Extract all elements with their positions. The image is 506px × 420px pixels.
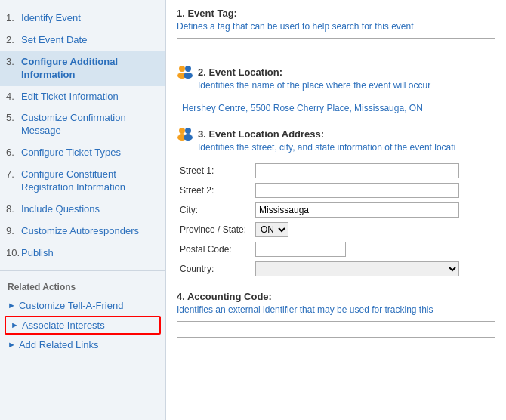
event-location-title: 2. Event Location: bbox=[198, 66, 495, 78]
city-label: City: bbox=[177, 200, 252, 220]
svg-point-5 bbox=[185, 128, 191, 134]
sidebar-item-publish[interactable]: 10. Publish bbox=[0, 242, 165, 264]
arrow-icon: ► bbox=[8, 301, 16, 310]
section-event-location: 2. Event Location: Identifies the name o… bbox=[177, 66, 495, 116]
svg-point-3 bbox=[184, 73, 193, 79]
people-icon-2 bbox=[177, 127, 193, 141]
people-icon bbox=[177, 65, 193, 79]
street2-row: Street 2: bbox=[177, 181, 495, 200]
svg-point-7 bbox=[184, 134, 193, 141]
sidebar: 1. Identify Event 2. Set Event Date 3. C… bbox=[0, 0, 166, 420]
province-select[interactable]: ON AB BC MB NB NL NS PE QC SK bbox=[255, 222, 288, 237]
street2-input[interactable] bbox=[255, 183, 459, 198]
sidebar-item-include-questions[interactable]: 8. Include Questions bbox=[0, 199, 165, 221]
related-link-associate-interests[interactable]: ► Associate Interests bbox=[5, 316, 161, 335]
street1-row: Street 1: bbox=[177, 161, 495, 181]
province-label: Province / State: bbox=[177, 220, 252, 239]
accounting-code-title: 4. Accounting Code: bbox=[177, 291, 495, 302]
event-location-address-header-text: 3. Event Location Address: Identifies th… bbox=[198, 128, 495, 159]
event-location-address-desc: Identifies the street, city, and state i… bbox=[198, 141, 495, 154]
event-location-header: 2. Event Location: Identifies the name o… bbox=[177, 66, 495, 97]
event-tag-title: 1. Event Tag: bbox=[177, 8, 495, 19]
event-location-header-text: 2. Event Location: Identifies the name o… bbox=[198, 66, 495, 97]
event-location-address-header: 3. Event Location Address: Identifies th… bbox=[177, 128, 495, 159]
country-select[interactable]: Canada United States bbox=[255, 261, 459, 276]
accounting-code-input[interactable] bbox=[177, 321, 495, 338]
sidebar-item-configure-additional-info[interactable]: 3. Configure Additional Information bbox=[0, 51, 165, 86]
related-link-customize-tell-a-friend[interactable]: ► Customize Tell-A-Friend bbox=[0, 297, 165, 314]
sidebar-item-configure-ticket-types[interactable]: 6. Configure Ticket Types bbox=[0, 142, 165, 164]
main-content: 1. Event Tag: Defines a tag that can be … bbox=[166, 0, 506, 420]
address-table: Street 1: Street 2: City: Province / Sta… bbox=[177, 161, 495, 279]
event-location-desc: Identifies the name of the place where t… bbox=[198, 79, 495, 92]
related-actions-label: Related Actions bbox=[0, 277, 165, 297]
event-tag-input[interactable] bbox=[177, 38, 495, 54]
country-label: Country: bbox=[177, 259, 252, 279]
section-event-location-address: 3. Event Location Address: Identifies th… bbox=[177, 128, 495, 279]
arrow-icon: ► bbox=[11, 320, 19, 329]
event-location-value: Hershey Centre, 5500 Rose Cherry Place, … bbox=[177, 100, 495, 116]
svg-point-1 bbox=[185, 66, 191, 72]
sidebar-item-configure-constituent-registration[interactable]: 7. Configure Constituent Registration In… bbox=[0, 164, 165, 199]
sidebar-item-identify-event[interactable]: 1. Identify Event bbox=[0, 8, 165, 29]
sidebar-item-set-event-date[interactable]: 2. Set Event Date bbox=[0, 29, 165, 51]
city-input[interactable] bbox=[255, 202, 459, 218]
postal-input[interactable] bbox=[255, 242, 346, 257]
section-event-tag: 1. Event Tag: Defines a tag that can be … bbox=[177, 8, 495, 54]
section-accounting-code: 4. Accounting Code: Identifies an extern… bbox=[177, 291, 495, 338]
related-link-add-related-links[interactable]: ► Add Related Links bbox=[0, 336, 165, 354]
event-tag-desc: Defines a tag that can be used to help s… bbox=[177, 20, 495, 33]
sidebar-item-customize-autoresponders[interactable]: 9. Customize Autoresponders bbox=[0, 221, 165, 242]
event-location-address-title: 3. Event Location Address: bbox=[198, 128, 495, 140]
svg-point-0 bbox=[179, 66, 185, 72]
sidebar-item-edit-ticket-info[interactable]: 4. Edit Ticket Information bbox=[0, 86, 165, 108]
street1-label: Street 1: bbox=[177, 161, 252, 181]
province-row: Province / State: ON AB BC MB NB NL NS P… bbox=[177, 220, 495, 239]
svg-point-4 bbox=[179, 128, 185, 134]
arrow-icon: ► bbox=[8, 340, 16, 349]
postal-row: Postal Code: bbox=[177, 239, 495, 259]
sidebar-divider bbox=[0, 270, 165, 271]
sidebar-nav: 1. Identify Event 2. Set Event Date 3. C… bbox=[0, 8, 165, 264]
city-row: City: bbox=[177, 200, 495, 220]
accounting-code-desc: Identifies an external identifier that m… bbox=[177, 304, 495, 317]
country-row: Country: Canada United States bbox=[177, 259, 495, 279]
street1-input[interactable] bbox=[255, 163, 459, 178]
sidebar-item-customize-confirmation[interactable]: 5. Customize Confirmation Message bbox=[0, 107, 165, 142]
postal-label: Postal Code: bbox=[177, 239, 252, 259]
street2-label: Street 2: bbox=[177, 181, 252, 200]
